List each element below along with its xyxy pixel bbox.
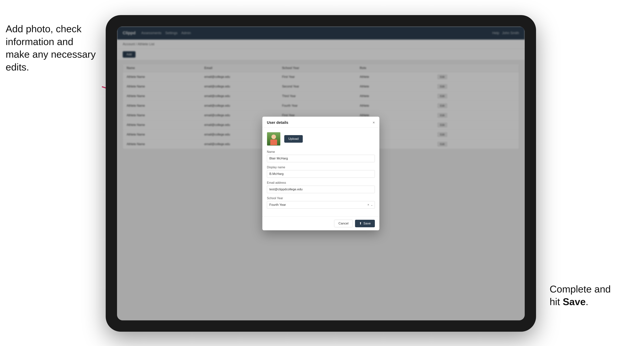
- name-field-group: Name: [267, 150, 375, 162]
- modal-body: Upload Name Display name Email addre: [262, 128, 380, 216]
- user-details-modal: User details × Upload Name: [262, 117, 380, 230]
- annotation-left: Add photo, check information and make an…: [6, 23, 96, 73]
- display-name-label: Display name: [267, 166, 375, 169]
- modal-close-button[interactable]: ×: [372, 121, 375, 124]
- name-input[interactable]: [267, 155, 375, 162]
- save-icon: ⬆: [359, 221, 362, 225]
- tablet-device: Clippd Assessments Settings Admin Help J…: [106, 15, 536, 332]
- save-label: Save: [363, 222, 371, 225]
- select-clear-icon[interactable]: ×: [368, 203, 369, 206]
- name-label: Name: [267, 150, 375, 154]
- tablet-screen: Clippd Assessments Settings Admin Help J…: [117, 26, 525, 320]
- email-label: Email address: [267, 181, 375, 184]
- email-input[interactable]: [267, 186, 375, 193]
- display-name-field-group: Display name: [267, 166, 375, 178]
- school-year-input[interactable]: [267, 201, 375, 209]
- modal-header: User details ×: [262, 117, 380, 128]
- school-year-label: School Year: [267, 196, 375, 200]
- cancel-button[interactable]: Cancel: [334, 220, 353, 227]
- modal-title: User details: [267, 120, 288, 125]
- school-year-select-wrapper: × ⌄: [267, 201, 375, 209]
- modal-footer: Cancel ⬆ Save: [262, 216, 380, 230]
- annotation-right-line1: Complete and: [550, 284, 611, 295]
- upload-photo-button[interactable]: Upload: [284, 135, 303, 143]
- annotation-right: Complete and hit Save.: [550, 283, 629, 308]
- photo-person-image: [267, 132, 280, 146]
- school-year-field-group: School Year × ⌄: [267, 196, 375, 209]
- chevron-down-icon: ⌄: [371, 203, 373, 206]
- modal-overlay: User details × Upload Name: [117, 26, 525, 320]
- photo-row: Upload: [267, 132, 375, 146]
- annotation-right-line2: hit Save.: [550, 296, 588, 307]
- photo-thumbnail: [267, 132, 280, 146]
- email-field-group: Email address: [267, 181, 375, 193]
- display-name-input[interactable]: [267, 170, 375, 178]
- save-button[interactable]: ⬆ Save: [355, 220, 375, 227]
